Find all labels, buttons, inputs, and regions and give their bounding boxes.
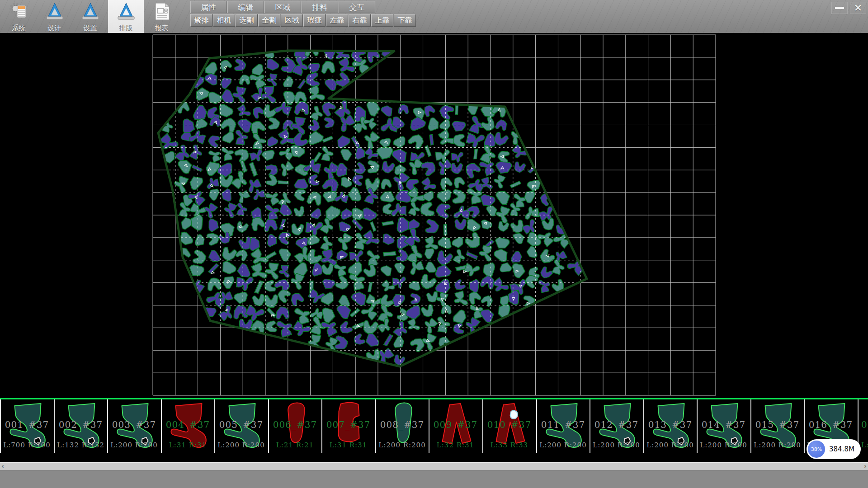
app-tab-setup[interactable]: 设置 [72, 0, 108, 33]
menu-bar: 属性 编辑 区域 排料 交互 [190, 1, 376, 13]
piece-lr-count: L:33 R:33 [483, 441, 535, 449]
piece-id-label: 003_#37 [108, 419, 160, 430]
app-tab-label: 报表 [144, 24, 179, 33]
main-toolbar: 系统 设计 设置 [0, 0, 868, 33]
piece-lr-count: L:700 R:700 [1, 441, 53, 449]
thumbnail-cell[interactable]: 001_#37L:700 R:700 [0, 399, 53, 453]
app-tab-label: 设置 [72, 24, 108, 33]
piece-lr-count: L:200 R:200 [537, 441, 589, 449]
piece-id-label: 004_#37 [162, 419, 214, 430]
menu-edit[interactable]: 编辑 [227, 1, 264, 13]
piece-id-label: 014_#37 [698, 419, 750, 430]
close-icon: ✕ [854, 3, 862, 13]
nest-canvas[interactable] [0, 33, 868, 398]
piece-lr-count: L:200 R:200 [215, 441, 267, 449]
app-tab-system[interactable]: 系统 [1, 0, 37, 33]
menu-properties[interactable]: 属性 [190, 1, 227, 13]
piece-lr-count: L:200 R:200 [376, 441, 428, 449]
thumbnail-cell[interactable]: 015_#37L:200 R:200 [750, 399, 803, 453]
piece-id-label: 001_#37 [1, 419, 53, 430]
app-tab-bar: 系统 设计 设置 [1, 0, 179, 33]
piece-lr-count: L:31 R:31 [162, 441, 214, 449]
status-bar [0, 470, 868, 488]
piece-id-label: 002_#37 [55, 419, 107, 430]
thumbnail-cell[interactable]: 003_#37L:200 R:200 [107, 399, 160, 453]
tool-region[interactable]: 区域 [281, 14, 303, 27]
tool-snap-right[interactable]: 右靠 [349, 14, 371, 27]
piece-lr-count: L:200 R:200 [590, 441, 642, 449]
piece-lr-count: L:32 R:31 [429, 441, 481, 449]
piece-id-label: 012_#37 [590, 419, 642, 430]
piece-id-label: 016_#37 [805, 419, 857, 430]
tool-select-cut[interactable]: 选割 [236, 14, 258, 27]
piece-id-label: 009_#37 [429, 419, 481, 430]
piece-thumbnail-strip: 001_#37L:700 R:700002_#37L:132 R:132003_… [0, 399, 868, 453]
app-tab-report[interactable]: 报表 [144, 0, 179, 33]
piece-id-label: 010_#37 [483, 419, 535, 430]
app-tab-label: 排版 [108, 24, 144, 33]
piece-lr-count: L:132 R:132 [55, 441, 107, 449]
app-tab-layout[interactable]: 排版 [108, 0, 144, 33]
menu-interact[interactable]: 交互 [339, 1, 375, 13]
memory-indicator[interactable]: 38% 384.8M [807, 439, 861, 459]
piece-id-label: 015_#37 [751, 419, 803, 430]
piece-id-label: 006_#37 [269, 419, 321, 430]
tool-defect[interactable]: 瑕疵 [303, 14, 326, 27]
app-tab-design[interactable]: 设计 [37, 0, 72, 33]
piece-id-label: 007_#37 [322, 419, 374, 430]
close-button[interactable]: ✕ [850, 2, 866, 14]
piece-id-label: 005_#37 [215, 419, 267, 430]
thumbnail-cell[interactable]: 004_#37L:31 R:31 [161, 399, 214, 453]
tool-cluster-nest[interactable]: 聚排 [190, 14, 212, 27]
tool-snap-top[interactable]: 上靠 [371, 14, 393, 27]
piece-lr-count: L:21 R:21 [269, 441, 321, 449]
thumbnail-cell[interactable]: 007_#37L:31 R:31 [321, 399, 374, 453]
percent-badge: 38% [808, 441, 825, 458]
memory-value: 384.8M [829, 445, 854, 453]
piece-lr-count: L:200 R:200 [698, 441, 750, 449]
piece-id-label: 011_#37 [537, 419, 589, 430]
piece-id-label: 017_#37 [859, 419, 868, 430]
tool-snap-bottom[interactable]: 下靠 [394, 14, 416, 27]
tool-snap-left[interactable]: 左靠 [326, 14, 348, 27]
minimize-icon [835, 7, 844, 9]
nest-canvas-area[interactable] [0, 33, 868, 398]
thumbnail-cell[interactable]: 011_#37L:200 R:200 [536, 399, 589, 453]
horizontal-scrollbar[interactable]: ‹ › [0, 462, 868, 470]
window-controls: ✕ [831, 2, 866, 14]
menu-region[interactable]: 区域 [264, 1, 301, 13]
minimize-button[interactable] [831, 2, 848, 14]
piece-id-label: 013_#37 [644, 419, 696, 430]
thumbnail-cell[interactable]: 008_#37L:200 R:200 [375, 399, 428, 453]
menu-nest[interactable]: 排料 [302, 1, 338, 13]
thumbnail-cell[interactable]: 005_#37L:200 R:200 [214, 399, 267, 453]
thumbnail-cell[interactable]: 009_#37L:32 R:31 [429, 399, 481, 453]
app-tab-label: 系统 [1, 24, 37, 33]
thumbnail-cell[interactable]: 014_#37L:200 R:200 [697, 399, 750, 453]
tool-bar: 聚排 相机 选割 全割 区域 瑕疵 左靠 右靠 上靠 下靠 [190, 14, 416, 27]
piece-lr-count: L:31 R:31 [322, 441, 374, 449]
thumbnail-cell[interactable]: 013_#37L:200 R:200 [643, 399, 696, 453]
scroll-left-icon[interactable]: ‹ [1, 463, 4, 471]
thumbnail-cell[interactable]: 010_#37L:33 R:33 [482, 399, 535, 453]
app-tab-label: 设计 [37, 24, 72, 33]
piece-lr-count: L:200 R:200 [751, 441, 803, 449]
thumbnail-cell[interactable]: 002_#37L:132 R:132 [54, 399, 107, 453]
piece-lr-count: L:200 R:200 [644, 441, 696, 449]
piece-lr-count: L:200 R:200 [108, 441, 160, 449]
thumbnail-cell[interactable]: 006_#37L:21 R:21 [268, 399, 321, 453]
thumbnail-cell[interactable]: 012_#37L:200 R:200 [590, 399, 642, 453]
app-window: 系统 设计 设置 [0, 0, 868, 488]
scroll-right-icon[interactable]: › [864, 463, 867, 471]
tool-cut-all[interactable]: 全割 [258, 14, 280, 27]
piece-id-label: 008_#37 [376, 419, 428, 430]
tool-camera[interactable]: 相机 [213, 14, 235, 27]
